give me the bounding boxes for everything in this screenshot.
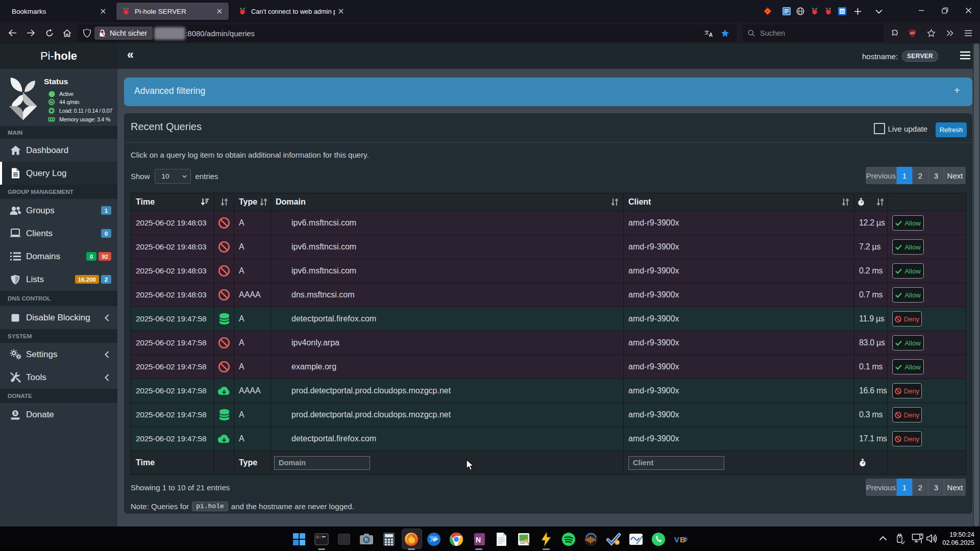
tab-close-icon[interactable]	[214, 8, 223, 14]
sidebar-item-disable-blocking[interactable]: Disable Blocking	[0, 306, 117, 329]
overflow-chevrons-icon[interactable]	[941, 24, 958, 41]
pinned-tab-fritzbox-icon[interactable]	[764, 7, 772, 15]
query-row[interactable]: 2025-06-02 19:47:58Adetectportal.firefox…	[131, 427, 966, 451]
forward-button[interactable]	[22, 24, 39, 41]
app-menu-hamburger-icon[interactable]	[960, 24, 976, 41]
search-box[interactable]: Suchen	[743, 24, 884, 42]
allow-button[interactable]: Allow	[892, 287, 924, 303]
topbar-menu-icon[interactable]	[960, 51, 970, 60]
voicemeeter-icon[interactable]: VB	[673, 532, 689, 547]
check-tool-icon[interactable]	[606, 532, 621, 547]
home-button[interactable]	[59, 24, 76, 41]
remote-window-icon[interactable]	[336, 532, 352, 547]
deny-button[interactable]: Deny	[892, 383, 922, 398]
thunderbird-icon[interactable]	[426, 532, 442, 547]
sidebar-item-domains[interactable]: Domains 092	[0, 245, 117, 268]
sidebar-item-settings[interactable]: Settings	[0, 343, 117, 366]
column-header-time[interactable]: Time	[131, 193, 214, 211]
next-page-button[interactable]: Next	[944, 479, 966, 496]
extensions-puzzle-icon[interactable]	[886, 24, 903, 41]
command-prompt-icon[interactable]: C:\	[314, 532, 329, 547]
query-row[interactable]: 2025-06-02 19:47:58Aipv4only.arpaamd-r9-…	[131, 331, 966, 355]
page-1-button[interactable]: 1	[897, 479, 913, 496]
allow-button[interactable]: Allow	[892, 335, 924, 350]
next-page-button[interactable]: Next	[944, 167, 966, 184]
expand-plus-icon[interactable]: +	[954, 84, 960, 96]
whatsapp-icon[interactable]	[651, 532, 666, 547]
tab-cant-connect[interactable]: Can't connect to web admin pa	[233, 3, 347, 20]
query-row[interactable]: 2025-06-02 19:47:58AAAAprod.detectportal…	[131, 379, 966, 403]
bookmark-star-icon[interactable]	[721, 29, 729, 37]
shield-icon[interactable]	[83, 29, 91, 38]
tab-pihole-server[interactable]: Pi-hole SERVER	[116, 3, 229, 20]
query-row[interactable]: 2025-06-02 19:47:58Adetectportal.firefox…	[131, 307, 966, 331]
extension-star-icon[interactable]	[923, 24, 940, 41]
onenote-icon[interactable]: N	[471, 532, 486, 547]
translate-icon[interactable]: 文A	[704, 29, 714, 37]
page-3-button[interactable]: 3	[928, 167, 944, 184]
column-header-client[interactable]: Client	[624, 193, 854, 211]
sidebar-item-donate[interactable]: $ Donate	[0, 403, 117, 426]
domain-filter-input[interactable]: Domain	[274, 456, 370, 470]
url-bar[interactable]: Nicht sicher :8080/admin/queries 文A	[78, 24, 737, 42]
pinned-tab-calendar-icon[interactable]: 31	[838, 7, 846, 15]
column-header-status[interactable]	[214, 193, 234, 211]
back-button[interactable]	[4, 24, 21, 41]
page-2-button[interactable]: 2	[913, 167, 928, 184]
allow-button[interactable]: Allow	[892, 263, 924, 279]
list-tabs-button[interactable]	[872, 4, 886, 18]
tray-chevron-up-icon[interactable]	[879, 536, 887, 541]
camera-icon[interactable]	[359, 532, 374, 547]
pen-tool-icon[interactable]	[628, 532, 644, 547]
sidebar-item-dashboard[interactable]: Dashboard	[0, 139, 117, 162]
deny-button[interactable]: Deny	[892, 311, 922, 327]
firefox-icon[interactable]	[404, 532, 419, 547]
start-button-icon[interactable]	[291, 532, 307, 547]
sidebar-item-tools[interactable]: Tools	[0, 366, 117, 389]
live-update-checkbox[interactable]	[874, 123, 885, 134]
page-3-button[interactable]: 3	[928, 479, 944, 496]
allow-button[interactable]: Allow	[892, 359, 924, 374]
audacity-icon[interactable]	[583, 532, 599, 547]
pinned-tab-raspberry-icon[interactable]	[824, 7, 832, 15]
page-1-button[interactable]: 1	[897, 167, 913, 184]
spotify-icon[interactable]	[561, 532, 576, 547]
tray-network-icon[interactable]	[912, 533, 924, 544]
sidebar-item-lists[interactable]: Lists 16.2002	[0, 268, 117, 291]
deny-button[interactable]: Deny	[892, 431, 922, 446]
advanced-filtering-box[interactable]: Advanced filtering +	[124, 78, 972, 106]
tab-bookmarks[interactable]: Bookmarks	[2, 3, 112, 20]
previous-page-button[interactable]: Previous	[866, 479, 897, 496]
pinned-tab-globe-icon[interactable]	[796, 7, 804, 15]
ublock-origin-icon[interactable]: uO	[904, 24, 921, 41]
allow-button[interactable]: Allow	[892, 239, 924, 255]
column-header-type[interactable]: Type	[234, 193, 271, 211]
browser-scrollbar[interactable]	[973, 43, 980, 527]
query-row[interactable]: 2025-06-02 19:48:03Aipv6.msftncsi.comamd…	[131, 211, 966, 235]
libreoffice-writer-icon[interactable]	[494, 532, 509, 547]
window-minimize-button[interactable]	[910, 0, 933, 20]
taskbar-clock[interactable]: 19:50:2402.06.2025	[942, 531, 974, 547]
query-row[interactable]: 2025-06-02 19:48:03AAAAdns.msftncsi.coma…	[131, 283, 966, 307]
column-header-response-time[interactable]	[854, 193, 888, 211]
pinned-tab-notes-icon[interactable]	[782, 7, 791, 15]
allow-button[interactable]: Allow	[892, 215, 924, 231]
deny-button[interactable]: Deny	[892, 407, 922, 422]
window-close-button[interactable]	[957, 0, 980, 20]
tab-close-icon[interactable]	[335, 8, 344, 14]
calculator-icon[interactable]	[381, 532, 397, 547]
new-tab-button[interactable]	[850, 4, 865, 18]
query-row[interactable]: 2025-06-02 19:47:58Aexample.orgamd-r9-39…	[131, 355, 966, 379]
security-chip[interactable]: Nicht sicher	[94, 27, 153, 40]
refresh-button[interactable]: Refresh	[936, 122, 967, 137]
pinned-tab-raspberry-icon[interactable]	[811, 7, 819, 15]
tray-usb-icon[interactable]	[895, 533, 905, 544]
sidebar-item-query-log[interactable]: Query Log	[0, 162, 117, 185]
query-row[interactable]: 2025-06-02 19:47:58Aprod.detectportal.pr…	[131, 403, 966, 427]
chrome-icon[interactable]	[449, 532, 464, 547]
page-length-select[interactable]: 10	[155, 169, 191, 184]
client-filter-input[interactable]: Client	[628, 456, 724, 470]
column-header-domain[interactable]: Domain	[271, 193, 624, 211]
page-2-button[interactable]: 2	[913, 479, 928, 496]
scrollbar-thumb[interactable]	[974, 43, 979, 527]
